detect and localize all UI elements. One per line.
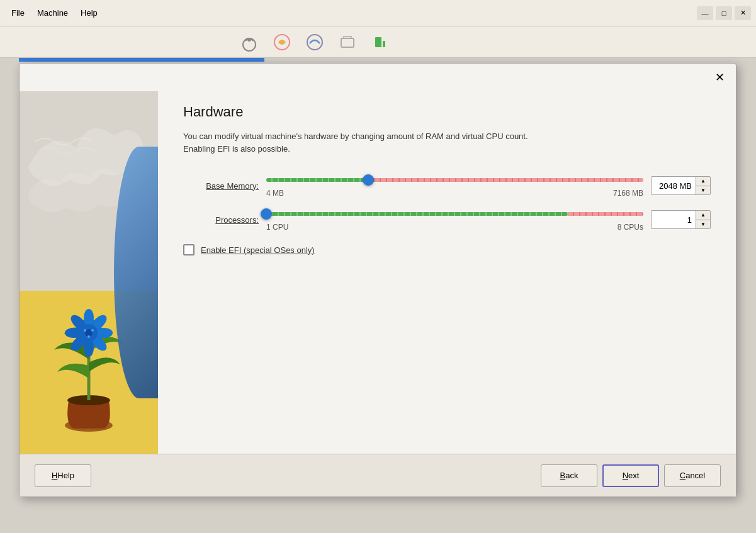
section-title: Hardware bbox=[183, 104, 711, 120]
efi-checkbox[interactable] bbox=[183, 244, 195, 255]
section-description: You can modify virtual machine's hardwar… bbox=[183, 130, 711, 155]
menu-machine[interactable]: Machine bbox=[31, 4, 74, 21]
svg-point-21 bbox=[91, 329, 94, 332]
base-memory-slider-wrapper: 4 MB 7168 MB bbox=[266, 174, 643, 198]
help-button[interactable]: HHelp bbox=[35, 464, 91, 487]
dialog-footer: HHelp Back Next Cancel bbox=[20, 454, 736, 497]
svg-point-14 bbox=[84, 339, 94, 357]
menu-help[interactable]: Help bbox=[74, 4, 104, 21]
next-button[interactable]: Next bbox=[602, 464, 659, 487]
maximize-button[interactable]: □ bbox=[716, 6, 732, 20]
base-memory-thumb[interactable] bbox=[363, 174, 374, 186]
processors-thumb[interactable] bbox=[261, 208, 272, 220]
efi-label: Enable EFI (special OSes only) bbox=[201, 245, 315, 255]
hardware-dialog: ✕ bbox=[19, 63, 736, 497]
processors-input[interactable] bbox=[652, 213, 696, 227]
svg-point-3 bbox=[307, 35, 322, 50]
dialog-header: ✕ bbox=[20, 64, 736, 91]
svg-rect-4 bbox=[341, 38, 354, 47]
minimize-button[interactable]: — bbox=[697, 6, 713, 20]
svg-point-1 bbox=[247, 38, 251, 42]
svg-point-22 bbox=[87, 335, 90, 338]
toolbar-icon-2 bbox=[272, 32, 292, 52]
svg-rect-6 bbox=[383, 41, 385, 47]
processors-decrement[interactable]: ▼ bbox=[696, 220, 710, 228]
processors-row: Processors: 1 CPU 8 CPUs bbox=[183, 208, 711, 232]
dialog-body: Hardware You can modify virtual machine'… bbox=[20, 91, 736, 454]
base-memory-track[interactable] bbox=[266, 178, 643, 182]
progress-bar bbox=[19, 58, 264, 62]
menu-file[interactable]: File bbox=[5, 4, 31, 21]
window-controls: — □ ✕ bbox=[697, 6, 751, 20]
processors-spinbox[interactable]: ▲ ▼ bbox=[651, 210, 711, 229]
toolbar bbox=[0, 26, 756, 58]
base-memory-input[interactable] bbox=[652, 179, 696, 193]
base-memory-decrement[interactable]: ▼ bbox=[696, 186, 710, 194]
cancel-button[interactable]: Cancel bbox=[664, 464, 721, 487]
processors-range-labels: 1 CPU 8 CPUs bbox=[266, 223, 643, 232]
processors-slider-wrapper: 1 CPU 8 CPUs bbox=[266, 208, 643, 232]
close-window-button[interactable]: ✕ bbox=[735, 6, 751, 20]
base-memory-row: Base Memory: 4 MB 7168 MB bbox=[183, 174, 711, 198]
base-memory-spinbox[interactable]: ▲ ▼ bbox=[651, 176, 711, 195]
efi-checkbox-row: Enable EFI (special OSes only) bbox=[183, 244, 711, 255]
footer-right: Back Next Cancel bbox=[541, 464, 721, 487]
content-panel: Hardware You can modify virtual machine'… bbox=[158, 91, 736, 454]
right-decoration bbox=[114, 147, 158, 398]
footer-left: HHelp bbox=[35, 464, 91, 487]
menubar: File Machine Help — □ ✕ bbox=[0, 0, 756, 26]
svg-point-10 bbox=[84, 309, 94, 327]
svg-rect-5 bbox=[375, 37, 381, 47]
toolbar-icon-1 bbox=[239, 32, 259, 52]
toolbar-icon-5 bbox=[370, 32, 390, 52]
processors-spinbox-arrows: ▲ ▼ bbox=[696, 211, 710, 228]
toolbar-icon-4 bbox=[337, 32, 358, 52]
svg-point-12 bbox=[95, 328, 113, 338]
base-memory-label: Base Memory: bbox=[183, 181, 259, 191]
back-button[interactable]: Back bbox=[541, 464, 597, 487]
processors-label: Processors: bbox=[183, 215, 259, 225]
svg-point-20 bbox=[84, 329, 86, 332]
toolbar-icon-3 bbox=[305, 32, 325, 52]
illustration-panel bbox=[20, 91, 158, 454]
svg-point-16 bbox=[65, 328, 82, 338]
base-memory-increment[interactable]: ▲ bbox=[696, 177, 710, 186]
dialog-close-button[interactable]: ✕ bbox=[711, 69, 728, 86]
base-memory-range-labels: 4 MB 7168 MB bbox=[266, 189, 643, 198]
processors-increment[interactable]: ▲ bbox=[696, 211, 710, 220]
spinbox-arrows: ▲ ▼ bbox=[696, 177, 710, 194]
processors-track[interactable] bbox=[266, 212, 643, 216]
